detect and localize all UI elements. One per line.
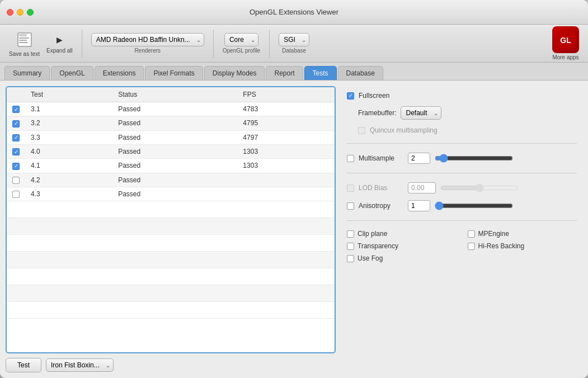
opengl-profile-dropdown-wrapper[interactable]: Core	[224, 33, 258, 46]
anisotropy-slider[interactable]	[435, 201, 513, 210]
row-checkbox-6[interactable]	[12, 177, 20, 184]
tab-pixel-formats[interactable]: Pixel Formats	[145, 66, 203, 80]
framebuffer-dropdown-wrapper[interactable]: Default	[401, 106, 441, 120]
opengl-profile-select[interactable]: Core	[224, 33, 258, 46]
clip-plane-option: Clip plane	[347, 230, 457, 238]
more-apps-item: GL More apps	[552, 26, 579, 60]
quincux-checkbox	[358, 127, 365, 134]
anisotropy-checkbox[interactable]	[347, 202, 354, 210]
tab-database[interactable]: Database	[338, 66, 383, 80]
title-bar: OpenGL Extensions Viewer	[0, 0, 588, 25]
minimize-button[interactable]	[17, 9, 23, 16]
save-text-icon[interactable]	[15, 30, 35, 50]
lod-bias-checkbox	[347, 185, 354, 192]
save-as-text-item: Save as text	[9, 30, 40, 57]
more-apps-icon[interactable]: GL	[552, 26, 579, 53]
test-button[interactable]: Test	[6, 358, 41, 372]
table-row: 4.2 Passed	[7, 173, 335, 187]
tab-summary[interactable]: Summary	[4, 66, 50, 80]
expand-all-label: Expand all	[46, 48, 73, 54]
tab-tests[interactable]: Tests	[304, 66, 337, 80]
clip-plane-checkbox[interactable]	[347, 230, 354, 238]
table-row-empty	[7, 252, 335, 268]
multisample-slider[interactable]	[435, 154, 513, 163]
hi-res-option: Hi-Res Backing	[468, 242, 577, 250]
anisotropy-value[interactable]	[408, 200, 430, 211]
table-row: 4.3 Passed	[7, 187, 335, 201]
maximize-button[interactable]	[27, 9, 34, 16]
use-fog-label: Use Fog	[357, 254, 383, 262]
table-row-empty	[7, 201, 335, 218]
table-row: 3.2 Passed 4795	[7, 116, 335, 130]
table-row: 3.3 Passed 4797	[7, 130, 335, 144]
tab-report[interactable]: Report	[266, 66, 303, 80]
mpengine-checkbox[interactable]	[468, 230, 475, 238]
framebuffer-select[interactable]: Default	[401, 106, 441, 120]
separator-1	[82, 30, 82, 58]
row-checkbox-2[interactable]	[12, 120, 20, 127]
separator-right-2	[347, 173, 577, 173]
lod-bias-slider	[440, 183, 519, 192]
fullscreen-row: Fullscreen	[347, 92, 577, 100]
opengl-profile-group: Core OpenGL profile	[223, 33, 260, 54]
transparency-checkbox[interactable]	[347, 243, 354, 250]
row-checkbox-7[interactable]	[12, 191, 20, 198]
opengl-profile-label: OpenGL profile	[223, 48, 260, 54]
lod-bias-value	[408, 182, 436, 193]
hi-res-checkbox[interactable]	[468, 243, 475, 250]
tab-opengl[interactable]: OpenGL	[51, 66, 93, 80]
multisample-value[interactable]	[408, 153, 430, 164]
test-version-5: 4.1	[25, 159, 112, 173]
test-fps-2: 4795	[237, 116, 335, 130]
right-panel: Fullscreen Framebuffer: Default Quincux …	[341, 86, 582, 372]
app-dropdown[interactable]: Iron Fist Boxin...	[46, 358, 114, 372]
renderer-dropdown-wrapper[interactable]: AMD Radeon HD Baffin Unkn...	[91, 33, 204, 46]
test-version-6: 4.2	[25, 173, 112, 187]
row-checkbox-1[interactable]	[12, 106, 20, 113]
separator-2	[213, 30, 214, 58]
bottom-row: Test Iron Fist Boxin...	[6, 358, 336, 372]
test-status-3: Passed	[112, 130, 237, 144]
transparency-option: Transparency	[347, 242, 457, 250]
svg-text:GL: GL	[560, 36, 571, 45]
table-row-empty	[7, 218, 335, 235]
fullscreen-checkbox[interactable]	[347, 92, 354, 100]
database-dropdown-wrapper[interactable]: SGI	[279, 33, 309, 46]
table-row-empty	[7, 285, 335, 302]
anisotropy-label: Anisotropy	[359, 202, 403, 210]
multisample-label: Multisample	[359, 154, 403, 162]
expand-all-item: ▶ Expand all	[46, 33, 73, 54]
table-row: 4.1 Passed 1303	[7, 159, 335, 173]
test-status-1: Passed	[112, 102, 237, 116]
separator-right-3	[347, 220, 577, 221]
row-checkbox-3[interactable]	[12, 134, 20, 141]
lod-bias-slider-container	[440, 183, 577, 192]
window-title: OpenGL Extensions Viewer	[250, 8, 338, 16]
fullscreen-label: Fullscreen	[359, 92, 389, 100]
table-row-empty	[7, 235, 335, 252]
close-button[interactable]	[7, 9, 13, 16]
test-fps-5: 1303	[237, 159, 335, 173]
col-header-check	[7, 87, 25, 102]
main-content: Test Status FPS 3.1 Passed 4783	[0, 81, 588, 378]
table-row-empty	[7, 268, 335, 285]
app-dropdown-wrapper[interactable]: Iron Fist Boxin...	[46, 358, 114, 372]
framebuffer-row: Framebuffer: Default	[358, 106, 577, 120]
tab-extensions[interactable]: Extensions	[95, 66, 144, 80]
expand-all-button[interactable]: ▶	[54, 33, 65, 46]
tab-display-modes[interactable]: Display Modes	[204, 66, 265, 80]
main-window: OpenGL Extensions Viewer Save as text ▶ …	[0, 0, 588, 378]
row-checkbox-5[interactable]	[12, 163, 20, 170]
test-status-6: Passed	[112, 173, 237, 187]
renderer-select[interactable]: AMD Radeon HD Baffin Unkn...	[91, 33, 204, 46]
test-fps-1: 4783	[237, 102, 335, 116]
table-row-empty	[7, 302, 335, 319]
test-fps-6	[237, 173, 335, 187]
use-fog-checkbox[interactable]	[347, 255, 354, 262]
test-version-1: 3.1	[25, 102, 112, 116]
row-checkbox-4[interactable]	[12, 148, 20, 155]
test-status-5: Passed	[112, 159, 237, 173]
database-select[interactable]: SGI	[279, 33, 309, 46]
use-fog-option: Use Fog	[347, 254, 457, 262]
multisample-checkbox[interactable]	[347, 155, 354, 162]
